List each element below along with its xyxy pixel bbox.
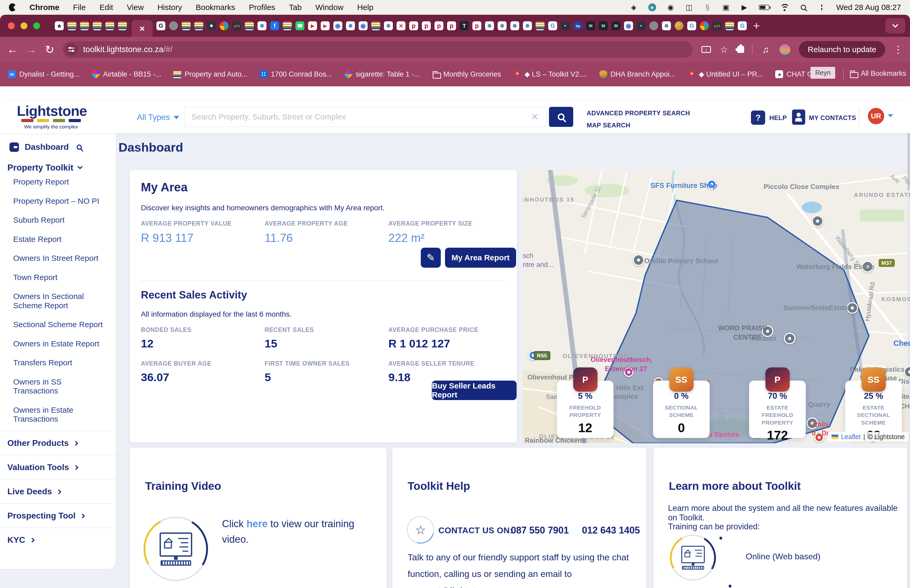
close-window-button[interactable] bbox=[8, 23, 15, 29]
site-settings-icon[interactable] bbox=[65, 44, 78, 55]
browser-tab[interactable] bbox=[637, 21, 646, 30]
sidebar-item[interactable]: Owners in Estate Report bbox=[13, 339, 108, 349]
browser-tab[interactable] bbox=[333, 21, 342, 30]
lightstone-logo[interactable]: Lightstone We simplify the complex bbox=[17, 104, 85, 130]
browser-tab[interactable] bbox=[510, 21, 519, 30]
training-here-link[interactable]: here bbox=[246, 518, 268, 529]
install-icon[interactable]: ↓ bbox=[701, 46, 711, 53]
relaunch-to-update-button[interactable]: Relaunch to update bbox=[799, 41, 885, 58]
property-search-input[interactable] bbox=[184, 107, 546, 127]
browser-tab[interactable] bbox=[624, 21, 633, 30]
minimize-window-button[interactable] bbox=[21, 23, 27, 29]
browser-tab[interactable] bbox=[435, 21, 443, 30]
user-avatar[interactable]: UR bbox=[868, 108, 884, 124]
forward-button[interactable]: → bbox=[26, 43, 37, 56]
menu-window[interactable]: Window bbox=[315, 3, 344, 12]
browser-tab[interactable] bbox=[232, 21, 241, 30]
browser-tab[interactable] bbox=[687, 21, 696, 30]
browser-tab[interactable] bbox=[118, 21, 127, 30]
sidebar-item[interactable]: Property Report – NO PI bbox=[13, 197, 108, 206]
help-icon[interactable]: ? bbox=[751, 111, 765, 125]
reload-button[interactable]: ↻ bbox=[44, 43, 55, 56]
menu-profiles[interactable]: Profiles bbox=[249, 3, 275, 12]
menu-history[interactable]: History bbox=[157, 3, 182, 12]
bookmark-item[interactable]: 1700 Conrad Bos... bbox=[260, 70, 332, 78]
browser-tab[interactable] bbox=[548, 21, 557, 30]
sidebar-item[interactable]: Suburb Report bbox=[13, 216, 108, 225]
browser-tab[interactable] bbox=[308, 21, 317, 30]
leaflet-link[interactable]: Leaflet bbox=[841, 433, 861, 441]
search-type-dropdown[interactable]: All Types bbox=[137, 113, 179, 122]
browser-tab[interactable] bbox=[346, 21, 355, 30]
browser-tab[interactable] bbox=[460, 21, 469, 30]
menu-edit[interactable]: Edit bbox=[100, 3, 113, 12]
new-tab-button[interactable]: + bbox=[753, 19, 760, 32]
control-center-icon[interactable] bbox=[818, 4, 826, 11]
spotlight-icon[interactable] bbox=[801, 5, 806, 10]
zoom-window-button[interactable] bbox=[33, 23, 40, 29]
apple-icon[interactable] bbox=[9, 3, 16, 11]
bookmark-item[interactable]: Property and Auto... bbox=[173, 70, 247, 78]
browser-tab[interactable] bbox=[409, 21, 418, 30]
browser-tab[interactable] bbox=[485, 21, 494, 30]
browser-menu-icon[interactable]: ⋮ bbox=[893, 44, 903, 55]
address-bar[interactable]: toolkit.lightstone.co.za/#/ bbox=[63, 41, 692, 58]
browser-tab[interactable] bbox=[371, 21, 380, 30]
avatar-dropdown-caret[interactable] bbox=[888, 114, 893, 117]
browser-tab[interactable] bbox=[296, 21, 304, 30]
my-area-report-button[interactable]: My Area Report bbox=[445, 248, 516, 268]
menu-app-name[interactable]: Chrome bbox=[29, 3, 59, 12]
bookmark-item[interactable]: Monthly Groceries bbox=[432, 70, 501, 78]
browser-tab[interactable] bbox=[561, 21, 570, 30]
browser-tab[interactable] bbox=[283, 21, 292, 30]
browser-tab[interactable] bbox=[738, 21, 747, 30]
browser-tab[interactable] bbox=[105, 21, 114, 30]
menu-tab[interactable]: Tab bbox=[289, 3, 302, 12]
bookmark-item[interactable]: Airtable - BB15 -... bbox=[92, 70, 162, 78]
sidebar-item[interactable]: Property Report bbox=[13, 178, 108, 187]
support-email-link[interactable]: support@lightstone.co.za bbox=[407, 585, 517, 588]
back-button[interactable]: ← bbox=[7, 43, 18, 56]
help-label[interactable]: HELP bbox=[769, 114, 787, 121]
advanced-property-search-link[interactable]: ADVANCED PROPERTY SEARCH bbox=[587, 110, 690, 117]
bookmark-item[interactable]: Dynalist - Getting... bbox=[8, 70, 80, 78]
eset-icon[interactable]: e bbox=[648, 3, 656, 11]
browser-tab[interactable] bbox=[257, 21, 267, 30]
menu-file[interactable]: File bbox=[73, 3, 86, 12]
sidebar-item[interactable]: Estate Report bbox=[13, 235, 108, 244]
browser-tab[interactable] bbox=[586, 21, 595, 30]
my-contacts-label[interactable]: MY CONTACTS bbox=[809, 114, 856, 121]
browser-tab[interactable] bbox=[359, 21, 368, 30]
browser-tab[interactable] bbox=[93, 21, 102, 30]
sidebar-section[interactable]: Valuation Tools bbox=[0, 455, 116, 479]
browser-tab[interactable] bbox=[574, 21, 582, 30]
active-tab[interactable]: × bbox=[132, 20, 153, 37]
menu-view[interactable]: View bbox=[127, 3, 144, 12]
browser-tab[interactable] bbox=[498, 21, 507, 30]
all-bookmarks-button[interactable]: All Bookmarks bbox=[849, 69, 906, 78]
wifi-icon[interactable] bbox=[780, 4, 789, 11]
bookmark-item[interactable]: sigarette: Table 1 -... bbox=[344, 70, 420, 78]
browser-tab[interactable] bbox=[700, 21, 709, 30]
menu-clock[interactable]: Wed 28 Aug 08:27 bbox=[836, 3, 901, 12]
browser-tab[interactable] bbox=[384, 21, 393, 30]
buy-seller-leads-button[interactable]: Buy Seller Leads Report bbox=[432, 381, 517, 400]
app-status-icon[interactable]: ◈ bbox=[630, 3, 638, 12]
browser-tab[interactable] bbox=[447, 21, 456, 30]
sidebar-section-property-toolkit[interactable]: Property Toolkit bbox=[7, 163, 82, 173]
play-icon[interactable]: ▶ bbox=[740, 3, 748, 12]
menu-help[interactable]: Help bbox=[357, 3, 373, 12]
browser-tab[interactable] bbox=[662, 21, 671, 30]
browser-tab[interactable] bbox=[182, 21, 191, 30]
browser-tab[interactable] bbox=[321, 21, 330, 30]
creative-cloud-icon[interactable]: ◉ bbox=[667, 3, 675, 12]
browser-tab[interactable] bbox=[535, 21, 545, 30]
browser-tab[interactable] bbox=[80, 21, 89, 30]
browser-tab[interactable] bbox=[396, 21, 406, 30]
browser-tab[interactable] bbox=[157, 21, 165, 30]
clear-search-icon[interactable]: × bbox=[531, 110, 538, 123]
sidebar-item[interactable]: Town Report bbox=[13, 273, 108, 282]
map-search-link[interactable]: MAP SEARCH bbox=[587, 121, 630, 129]
sidebar-section[interactable]: Other Products bbox=[0, 431, 116, 455]
browser-tab[interactable] bbox=[649, 21, 658, 30]
